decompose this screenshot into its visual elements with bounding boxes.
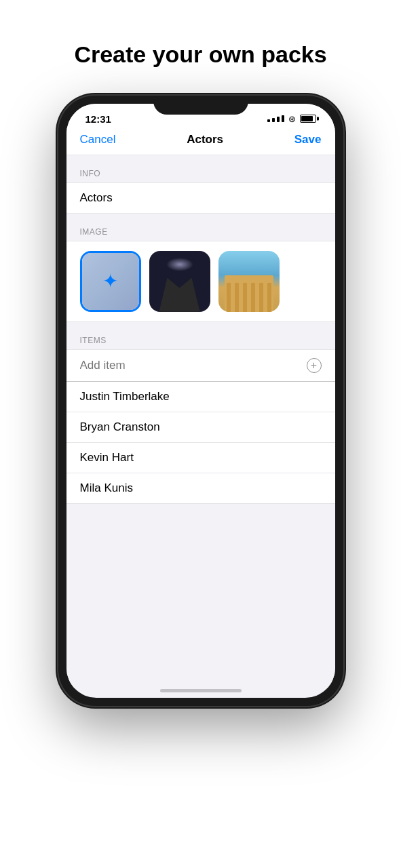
image-2-preview	[149, 251, 210, 312]
phone-shell: 12:31 ⊛ Cancel Actors Save	[58, 96, 343, 706]
list-item-text: Bryan Cranston	[80, 420, 160, 434]
list-item-text: Mila Kunis	[80, 481, 133, 495]
image-item-3[interactable]	[218, 251, 280, 312]
info-section: INFO Actors	[66, 169, 335, 214]
list-item-text: Kevin Hart	[80, 451, 134, 465]
info-section-content: Actors	[66, 182, 335, 214]
image-item-1[interactable]: ✦	[80, 251, 141, 312]
wifi-icon: ⊛	[288, 114, 296, 124]
image-section-content: ✦	[66, 241, 335, 322]
phone-screen: 12:31 ⊛ Cancel Actors Save	[66, 104, 335, 698]
image-3-preview	[218, 251, 280, 312]
list-item: Justin Timberlake	[66, 382, 335, 412]
nav-title: Actors	[187, 133, 223, 146]
status-icons: ⊛	[267, 114, 316, 124]
add-item-input[interactable]	[80, 359, 307, 372]
image-list: ✦	[80, 251, 322, 312]
image-section-label: IMAGE	[66, 227, 335, 241]
list-item: Bryan Cranston	[66, 412, 335, 443]
info-field[interactable]: Actors	[66, 183, 335, 213]
info-section-label: INFO	[66, 169, 335, 182]
status-time: 12:31	[85, 113, 111, 125]
home-indicator	[160, 689, 242, 692]
add-item-plus-icon[interactable]: +	[307, 358, 322, 373]
notch	[153, 96, 248, 115]
image-section: IMAGE ✦	[66, 227, 335, 322]
battery-icon	[300, 115, 316, 123]
list-item-text: Justin Timberlake	[80, 390, 170, 403]
page-headline: Create your own packs	[54, 41, 347, 68]
list-item: Mila Kunis	[66, 473, 335, 504]
items-section: ITEMS + Justin Timberlake Bryan Cranston…	[66, 336, 335, 504]
signal-icon	[267, 115, 284, 122]
items-section-label: ITEMS	[66, 336, 335, 349]
add-item-row[interactable]: +	[66, 349, 335, 382]
info-field-value: Actors	[80, 191, 113, 204]
badge-checkmark-icon: ✦	[102, 270, 118, 292]
content-area: INFO Actors IMAGE ✦	[66, 155, 335, 688]
cancel-button[interactable]: Cancel	[80, 133, 116, 146]
nav-bar: Cancel Actors Save	[66, 125, 335, 155]
building-graphic	[225, 275, 273, 312]
image-1-preview: ✦	[82, 253, 139, 310]
save-button[interactable]: Save	[294, 133, 322, 146]
image-item-2[interactable]	[149, 251, 210, 312]
list-item: Kevin Hart	[66, 443, 335, 473]
